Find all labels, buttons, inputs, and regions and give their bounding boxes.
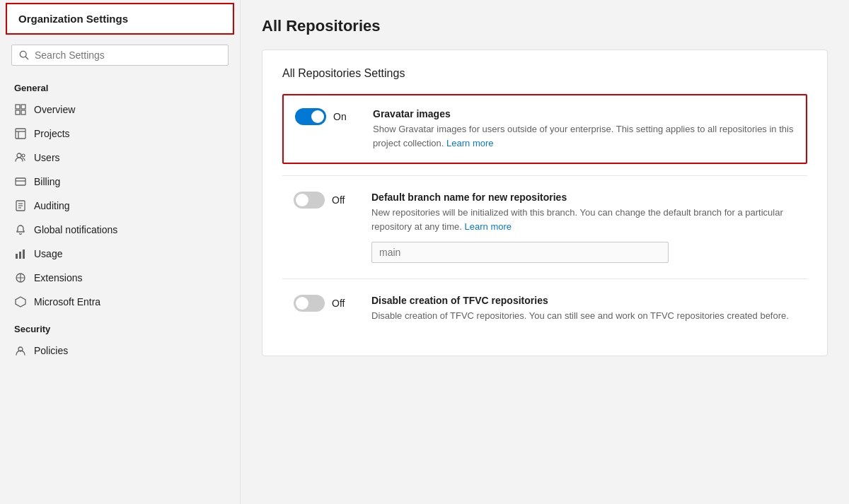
- users-icon: [14, 151, 27, 164]
- svg-marker-21: [16, 297, 25, 307]
- default-branch-toggle-area: Off: [294, 192, 357, 209]
- tfvc-setting-title: Disable creation of TFVC repositories: [371, 295, 796, 306]
- sidebar-item-global-notifications[interactable]: Global notifications: [0, 218, 240, 242]
- main-content: All Repositories All Repositories Settin…: [241, 0, 849, 504]
- default-branch-setting-title: Default branch name for new repositories: [371, 192, 796, 203]
- projects-icon: [14, 127, 27, 140]
- branch-name-input[interactable]: [371, 242, 669, 263]
- svg-rect-18: [19, 252, 21, 259]
- sidebar-item-overview[interactable]: Overview: [0, 98, 240, 122]
- bell-icon: [14, 223, 27, 236]
- sidebar-item-policies-label: Policies: [34, 345, 68, 356]
- divider-2: [282, 279, 807, 279]
- grid-icon: [14, 103, 27, 116]
- svg-rect-17: [16, 254, 18, 259]
- policies-icon: [14, 344, 27, 357]
- svg-rect-4: [16, 110, 20, 115]
- gravatar-setting-row: On Gravatar images Show Gravatar images …: [282, 94, 807, 164]
- search-icon: [19, 50, 29, 60]
- sidebar: Organization Settings General Overview P…: [0, 0, 241, 504]
- divider-1: [282, 175, 807, 176]
- sidebar-item-microsoft-entra[interactable]: Microsoft Entra: [0, 290, 240, 314]
- sidebar-nav: General Overview Projects Users: [0, 73, 240, 504]
- settings-card: All Repositories Settings On Gravatar im…: [262, 49, 828, 356]
- default-branch-toggle-label: Off: [332, 194, 349, 206]
- tfvc-toggle-area: Off: [294, 295, 357, 312]
- sidebar-item-projects-label: Projects: [34, 128, 70, 139]
- svg-rect-5: [21, 110, 25, 115]
- svg-point-9: [17, 153, 21, 158]
- sidebar-item-usage[interactable]: Usage: [0, 242, 240, 266]
- default-branch-learn-more-link[interactable]: Learn more: [465, 221, 512, 232]
- gravatar-toggle-track[interactable]: [295, 108, 326, 125]
- tfvc-toggle-thumb: [296, 297, 308, 310]
- svg-point-10: [22, 154, 25, 157]
- svg-rect-11: [16, 178, 25, 185]
- sidebar-item-projects[interactable]: Projects: [0, 122, 240, 146]
- search-box[interactable]: [11, 45, 229, 66]
- sidebar-item-billing-label: Billing: [34, 176, 60, 187]
- default-branch-setting-desc: New repositories will be initialized wit…: [371, 206, 796, 233]
- gravatar-toggle-label: On: [333, 111, 350, 122]
- default-branch-setting-row: Off Default branch name for new reposito…: [282, 179, 807, 276]
- tfvc-toggle[interactable]: [294, 295, 325, 312]
- section-general: General: [0, 73, 240, 98]
- sidebar-item-auditing-label: Auditing: [34, 200, 70, 211]
- svg-rect-2: [16, 105, 20, 109]
- sidebar-item-usage-label: Usage: [34, 248, 62, 259]
- svg-rect-3: [21, 105, 25, 109]
- gravatar-learn-more-link[interactable]: Learn more: [446, 138, 493, 148]
- sidebar-item-auditing[interactable]: Auditing: [0, 194, 240, 218]
- tfvc-toggle-track[interactable]: [294, 295, 325, 312]
- extensions-icon: [14, 271, 27, 284]
- gravatar-toggle-thumb: [311, 110, 324, 123]
- page-title: All Repositories: [262, 17, 828, 35]
- svg-rect-6: [16, 129, 25, 139]
- tfvc-setting-info: Disable creation of TFVC repositories Di…: [371, 295, 796, 323]
- default-branch-setting-info: Default branch name for new repositories…: [371, 192, 796, 263]
- tfvc-setting-desc: Disable creation of TFVC repositories. Y…: [371, 309, 796, 323]
- gravatar-setting-title: Gravatar images: [373, 108, 795, 119]
- section-security: Security: [0, 314, 240, 339]
- gravatar-setting-info: Gravatar images Show Gravatar images for…: [373, 108, 795, 150]
- card-title: All Repositories Settings: [282, 67, 807, 80]
- sidebar-item-users-label: Users: [34, 152, 60, 163]
- sidebar-item-overview-label: Overview: [34, 104, 75, 115]
- default-branch-toggle[interactable]: [294, 192, 325, 209]
- tfvc-toggle-label: Off: [332, 298, 349, 309]
- sidebar-item-extensions-label: Extensions: [34, 272, 82, 283]
- sidebar-item-billing[interactable]: Billing: [0, 170, 240, 194]
- billing-icon: [14, 175, 27, 188]
- gravatar-toggle-area: On: [295, 108, 359, 125]
- svg-rect-19: [23, 250, 25, 259]
- search-input[interactable]: [35, 49, 221, 61]
- svg-line-1: [25, 57, 28, 59]
- org-title: Organization Settings: [6, 3, 234, 35]
- sidebar-item-extensions[interactable]: Extensions: [0, 266, 240, 290]
- sidebar-item-users[interactable]: Users: [0, 146, 240, 170]
- gravatar-setting-desc: Show Gravatar images for users outside o…: [373, 122, 795, 150]
- tfvc-setting-row: Off Disable creation of TFVC repositorie…: [282, 282, 807, 336]
- sidebar-item-policies[interactable]: Policies: [0, 339, 240, 363]
- auditing-icon: [14, 199, 27, 212]
- sidebar-item-global-notifications-label: Global notifications: [34, 224, 117, 235]
- default-branch-toggle-track[interactable]: [294, 192, 325, 209]
- gravatar-toggle[interactable]: [295, 108, 326, 125]
- entra-icon: [14, 295, 27, 308]
- default-branch-toggle-thumb: [296, 194, 308, 206]
- sidebar-item-microsoft-entra-label: Microsoft Entra: [34, 296, 100, 307]
- usage-icon: [14, 247, 27, 260]
